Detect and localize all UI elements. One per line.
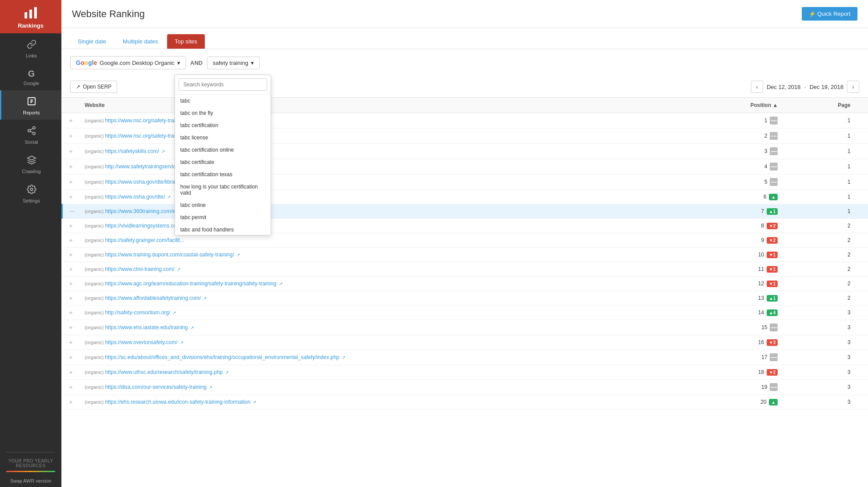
ext-link-icon[interactable]: ↗ [203,296,207,301]
dropdown-item-7[interactable]: how long is your tabc certification vali… [175,181,271,199]
site-link-6[interactable]: https://www.osha.gov/dte/ [105,194,165,200]
site-link-7[interactable]: https://www.360training.com/e... [105,208,179,214]
search-keywords-input[interactable] [179,78,267,91]
sidebar-item-links[interactable]: Links [0,33,61,63]
tab-top-sites[interactable]: Top sites [167,34,204,49]
row-expand-4[interactable]: + [62,159,78,174]
row-expand-6[interactable]: + [62,190,78,204]
badge-down-18: ▼2 [767,369,778,376]
row-expand-7[interactable]: ─ [62,204,78,219]
row-expand-10[interactable]: + [62,248,78,262]
ext-link-icon[interactable]: ↗ [253,400,256,405]
ext-link-icon[interactable]: ↗ [342,355,345,360]
site-link-17[interactable]: https://sc.edu/about/offices_and_divisio… [105,354,339,360]
organic-label: (organic) [85,179,105,185]
site-link-20[interactable]: https://ehs.research.uiowa.edu/icon-safe… [105,399,250,405]
row-expand-19[interactable]: + [62,380,78,395]
col-position[interactable]: Position ▲ [692,98,785,113]
ext-link-icon[interactable]: ↗ [167,195,171,199]
site-link-8[interactable]: https://vividlearningsystems.com... [105,223,185,229]
dropdown-item-6[interactable]: tabc certification texas [175,168,271,181]
sidebar-logo[interactable]: Rankings [0,0,61,33]
row-position-7: 7▲1 [692,204,785,219]
site-link-15[interactable]: https://www.ehs.iastate.edu/training [105,324,188,331]
row-expand-13[interactable]: + [62,291,78,306]
dropdown-item-0[interactable]: tabc [175,95,271,107]
ext-link-icon[interactable]: ↗ [225,370,229,375]
sidebar-item-settings[interactable]: Settings [0,178,61,208]
dropdown-item-9[interactable]: tabc permit [175,211,271,224]
row-expand-18[interactable]: + [62,365,78,380]
tab-single-date[interactable]: Single date [70,34,114,49]
prev-date-button[interactable]: ‹ [751,81,763,93]
site-link-19[interactable]: https://disa.com/our-services/safety-tra… [105,384,206,390]
date-navigation: ‹ Dec 12, 2018 - Dec 19, 2018 › [751,81,859,93]
keyword-dropdown-button[interactable]: safety training ▾ [207,57,260,69]
site-link-9[interactable]: https://safety.grainger.com/facilit... [105,237,184,243]
row-expand-2[interactable]: + [62,128,78,144]
site-link-16[interactable]: https://www.overtonsafety.com/ [105,339,177,345]
tab-multiple-dates[interactable]: Multiple dates [115,34,165,49]
crawling-icon [27,155,36,167]
ext-link-icon[interactable]: ↗ [279,281,282,286]
row-page-13: 2 [785,291,868,306]
badge-down-9: ▼2 [767,237,778,244]
site-link-12[interactable]: https://www.agc.org/learn/education-trai… [105,281,276,287]
next-date-button[interactable]: › [847,81,859,93]
row-page-9: 2 [785,233,868,248]
table-row: +(organic) https://www.overtonsafety.com… [62,335,868,350]
badge-neutral-3: — [770,147,778,155]
site-link-5[interactable]: https://www.osha.gov/dte/library... [105,179,183,185]
dropdown-item-10[interactable]: tabc and food handlers [175,224,271,235]
site-link-1[interactable]: https://www.nsc.org/safety-trai... [105,117,179,124]
row-expand-20[interactable]: + [62,395,78,409]
row-expand-1[interactable]: + [62,113,78,128]
dropdown-item-3[interactable]: tabc license [175,132,271,144]
sidebar-item-google[interactable]: G Google [0,63,61,90]
row-expand-5[interactable]: + [62,174,78,190]
site-link-3[interactable]: https://safetyskills.com/ [105,148,159,154]
row-website-14: (organic) http://safety-consortium.org/ … [78,306,692,320]
row-expand-12[interactable]: + [62,277,78,291]
ext-link-icon[interactable]: ↗ [209,385,212,390]
dropdown-item-2[interactable]: tabc certification [175,119,271,132]
quick-report-button[interactable]: ⚡ Quick Report [802,7,857,21]
row-expand-14[interactable]: + [62,306,78,320]
row-expand-16[interactable]: + [62,335,78,350]
site-link-10[interactable]: https://www.training.dupont.com/coastal-… [105,252,234,258]
ext-link-icon[interactable]: ↗ [161,149,165,154]
row-expand-8[interactable]: + [62,219,78,233]
row-position-17: 17— [692,350,785,365]
google-filter-badge[interactable]: Google Google.com Desktop Organic ▾ [70,56,186,69]
site-link-14[interactable]: http://safety-consortium.org/ [105,309,170,316]
swap-version-label[interactable]: Swap AWR version [6,475,56,487]
row-expand-3[interactable]: + [62,144,78,159]
ext-link-icon[interactable]: ↗ [180,340,183,345]
site-link-13[interactable]: https://www.affordablesafetytraining.com… [105,295,201,301]
dropdown-item-4[interactable]: tabc certification online [175,144,271,156]
dropdown-list: tabctabc on the flytabc certificationtab… [175,95,271,235]
ext-link-icon[interactable]: ↗ [190,325,194,330]
site-link-2[interactable]: https://www.nsc.org/safety-trai... [105,133,179,139]
site-link-11[interactable]: https://www.clmi-training.com/ [105,266,175,272]
dropdown-item-1[interactable]: tabc on the fly [175,107,271,119]
ext-link-icon[interactable]: ↗ [236,252,240,257]
dropdown-item-5[interactable]: tabc certificate [175,156,271,168]
row-expand-17[interactable]: + [62,350,78,365]
row-expand-9[interactable]: + [62,233,78,248]
row-website-9: (organic) https://safety.grainger.com/fa… [78,233,692,248]
row-expand-15[interactable]: + [62,320,78,335]
site-link-4[interactable]: http://www.safetytrainingservice... [105,164,183,170]
row-expand-11[interactable]: + [62,262,78,277]
sidebar-item-crawling[interactable]: Crawling [0,149,61,178]
dropdown-item-8[interactable]: tabc online [175,199,271,211]
ext-link-icon[interactable]: ↗ [177,267,180,272]
open-serp-button[interactable]: ↗ Open SERP [70,81,117,93]
svg-rect-2 [34,7,37,18]
sidebar-item-reports[interactable]: Reports [0,90,61,120]
site-link-18[interactable]: https://www.uthsc.edu/research/safety/tr… [105,369,222,375]
position-num-9: 9 [761,237,764,243]
ext-link-icon[interactable]: ↗ [172,310,176,315]
header: Website Ranking ⚡ Quick Report [61,0,868,28]
sidebar-item-social[interactable]: Social [0,120,61,149]
